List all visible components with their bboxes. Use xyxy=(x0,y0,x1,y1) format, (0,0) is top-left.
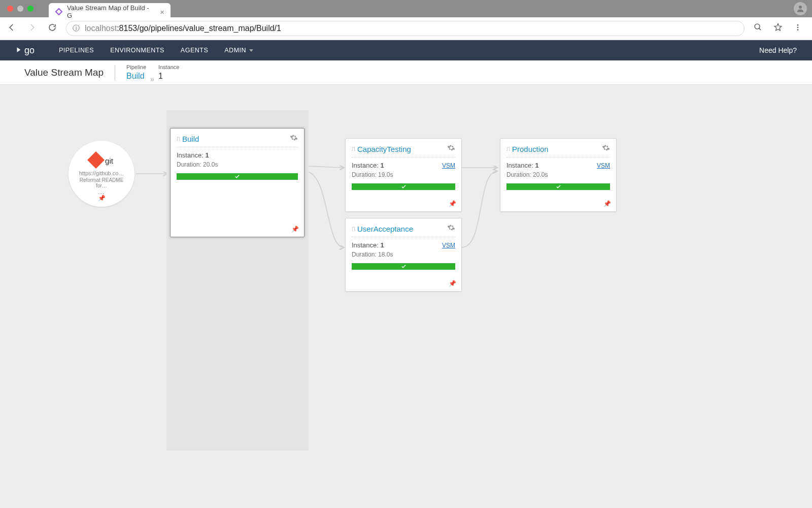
browser-titlebar: Value Stream Map of Build - G × xyxy=(0,0,812,17)
pin-icon[interactable]: 📌 xyxy=(291,226,299,233)
page-title: Value Stream Map xyxy=(24,67,104,78)
pipeline-icon: ⎍ xyxy=(177,135,180,142)
svg-point-2 xyxy=(797,24,799,26)
minimize-window-icon[interactable] xyxy=(17,6,23,12)
divider xyxy=(115,65,115,80)
vsm-link[interactable]: VSM xyxy=(597,162,610,169)
url-input[interactable]: ⓘ localhost:8153/go/pipelines/value_stre… xyxy=(66,21,745,36)
vsm-link[interactable]: VSM xyxy=(442,162,455,169)
pin-icon[interactable]: 📌 xyxy=(98,195,106,202)
svg-point-1 xyxy=(755,24,760,29)
logo-icon xyxy=(15,46,22,55)
bookmark-icon[interactable] xyxy=(771,21,785,37)
gear-icon[interactable] xyxy=(290,134,298,144)
breadcrumb-instance: Instance 1 xyxy=(158,64,180,80)
back-icon[interactable] xyxy=(5,21,18,37)
breadcrumb-pipeline-link[interactable]: Build xyxy=(126,71,146,81)
tab-title: Value Stream Map of Build - G xyxy=(67,4,156,19)
reload-icon[interactable] xyxy=(46,21,59,37)
breadcrumb-pipeline: Pipeline Build xyxy=(126,64,146,80)
pipeline-node-capacity[interactable]: ⎍CapacityTesting Instance: 1VSM Duration… xyxy=(345,138,462,212)
gear-icon[interactable] xyxy=(447,144,455,154)
pipeline-link-production[interactable]: ⎍Production xyxy=(506,145,549,153)
browser-tab[interactable]: Value Stream Map of Build - G × xyxy=(49,3,171,18)
tab-close-icon[interactable]: × xyxy=(160,8,164,16)
window-controls xyxy=(7,6,33,12)
pipeline-link-capacity[interactable]: ⎍CapacityTesting xyxy=(352,145,411,153)
help-link[interactable]: Need Help? xyxy=(759,46,797,54)
app-navbar: go PIPELINES ENVIRONMENTS AGENTS ADMIN N… xyxy=(0,40,812,60)
chevron-down-icon xyxy=(249,49,253,52)
pipeline-icon: ⎍ xyxy=(352,145,355,152)
zoom-icon[interactable] xyxy=(752,21,764,36)
gear-icon[interactable] xyxy=(602,144,610,154)
page-header: Value Stream Map Pipeline Build » Instan… xyxy=(0,60,812,85)
app-logo[interactable]: go xyxy=(15,45,35,56)
url-text: localhost:8153/go/pipelines/value_stream… xyxy=(85,24,281,33)
stage-bar-passed[interactable] xyxy=(352,183,455,190)
pipeline-icon: ⎍ xyxy=(352,225,355,232)
profile-avatar-icon[interactable] xyxy=(794,2,807,15)
pin-icon[interactable]: 📌 xyxy=(603,200,611,207)
pin-icon[interactable]: 📌 xyxy=(449,200,456,207)
forward-icon[interactable] xyxy=(25,21,39,37)
pipeline-link-useraccept[interactable]: ⎍UserAcceptance xyxy=(352,225,413,233)
address-bar: ⓘ localhost:8153/go/pipelines/value_stre… xyxy=(0,17,812,40)
nav-admin[interactable]: ADMIN xyxy=(224,47,253,54)
pipeline-icon: ⎍ xyxy=(506,145,510,152)
vsm-link[interactable]: VSM xyxy=(442,242,455,249)
material-git-node[interactable]: git https://github.co… Reformat README f… xyxy=(69,141,134,207)
menu-icon[interactable] xyxy=(792,21,804,36)
material-url: https://github.co… xyxy=(79,170,124,176)
nav-environments[interactable]: ENVIRONMENTS xyxy=(110,47,164,54)
vsm-canvas[interactable]: git https://github.co… Reformat README f… xyxy=(0,85,812,508)
svg-point-3 xyxy=(797,26,799,28)
maximize-window-icon[interactable] xyxy=(27,6,33,12)
stage-bar-passed[interactable] xyxy=(352,263,455,270)
stage-bar-passed[interactable] xyxy=(177,173,298,180)
nav-pipelines[interactable]: PIPELINES xyxy=(59,47,94,54)
pin-icon[interactable]: 📌 xyxy=(449,280,456,287)
pipeline-link-build[interactable]: ⎍Build xyxy=(177,135,199,143)
close-window-icon[interactable] xyxy=(7,6,13,12)
svg-point-4 xyxy=(797,29,799,30)
breadcrumb-sep-icon: » xyxy=(150,75,154,84)
nav-agents[interactable]: AGENTS xyxy=(181,47,208,54)
favicon-icon xyxy=(55,8,63,16)
pipeline-node-useraccept[interactable]: ⎍UserAcceptance Instance: 1VSM Duration:… xyxy=(345,218,462,292)
pipeline-node-build[interactable]: ⎍Build Instance: 1 Duration: 20.0s 📌 xyxy=(170,128,304,237)
pipeline-node-production[interactable]: ⎍Production Instance: 1VSM Duration: 20.… xyxy=(500,138,617,212)
gear-icon[interactable] xyxy=(447,224,455,234)
material-commit-msg: Reformat README for… xyxy=(74,177,129,188)
git-icon xyxy=(87,151,105,169)
stage-bar-passed[interactable] xyxy=(506,183,610,190)
svg-point-0 xyxy=(799,6,802,9)
site-info-icon[interactable]: ⓘ xyxy=(73,24,80,33)
